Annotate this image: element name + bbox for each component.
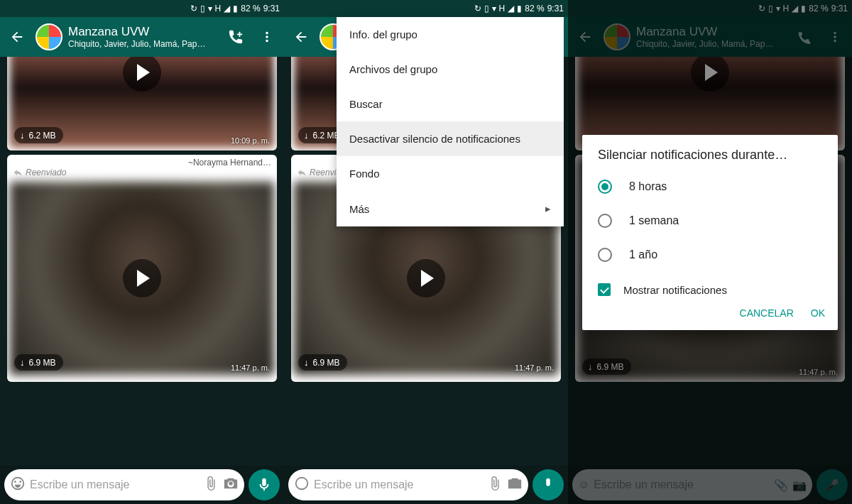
- dialog-title: Silenciar notificaciones durante…: [582, 148, 838, 170]
- emoji-icon[interactable]: [10, 476, 26, 494]
- clock: 9:31: [263, 4, 280, 13]
- menu-more[interactable]: Más▸: [337, 191, 564, 226]
- ok-button[interactable]: OK: [811, 307, 825, 319]
- net-label: H: [215, 4, 222, 13]
- radio-icon: [598, 180, 612, 194]
- download-badge[interactable]: 6.2 MB: [14, 127, 63, 143]
- overflow-menu: Info. del grupo Archivos del grupo Busca…: [337, 17, 564, 226]
- back-icon[interactable]: [293, 28, 310, 45]
- download-badge[interactable]: 6.9 MB: [14, 354, 63, 371]
- screen-dialog: ↻▯▾ H◢▮ 82 %9:31 Manzana UVW Chiquito, J…: [568, 0, 852, 504]
- menu-wallpaper[interactable]: Fondo: [337, 156, 564, 191]
- status-bar: ↻▯▾ H◢▮ 82 %9:31: [284, 0, 568, 17]
- status-bar: ↻ ▯ ▾ H ◢ ▮ 82 % 9:31: [0, 0, 284, 17]
- input-bar: [0, 466, 284, 504]
- menu-mute[interactable]: Desactivar silencio de notificaciones: [337, 121, 564, 156]
- vibrate-icon: ▯: [200, 4, 205, 13]
- sender-name: ~Norayma Hernand…: [188, 158, 271, 168]
- message-input[interactable]: [314, 478, 483, 491]
- show-notifications-check[interactable]: Mostrar notificaciones: [582, 272, 838, 302]
- chevron-right-icon: ▸: [545, 202, 551, 215]
- battery-icon: ▮: [233, 4, 238, 13]
- screen-menu: ↻▯▾ H◢▮ 82 %9:31 6.2 MB 4 Reenviado 6.9 …: [284, 0, 568, 504]
- mute-dialog: Silenciar notificaciones durante… 8 hora…: [582, 135, 838, 330]
- play-icon: [407, 259, 445, 297]
- menu-info[interactable]: Info. del grupo: [337, 17, 564, 52]
- overflow-icon[interactable]: [258, 28, 275, 45]
- message-input[interactable]: [30, 478, 199, 491]
- camera-icon[interactable]: [223, 476, 239, 494]
- option-1y[interactable]: 1 año: [582, 238, 838, 272]
- timestamp: 11:47 p. m.: [231, 363, 270, 372]
- sync-icon: ↻: [190, 4, 197, 13]
- radio-icon: [598, 248, 612, 262]
- option-8h[interactable]: 8 horas: [582, 170, 838, 204]
- wifi-icon: ▾: [208, 4, 212, 13]
- timestamp: 10:09 p. m.: [231, 136, 270, 145]
- message-1[interactable]: 6.2 MB 10:09 p. m.: [7, 57, 277, 150]
- mic-button[interactable]: [532, 469, 564, 500]
- group-avatar[interactable]: [36, 23, 62, 50]
- attach-icon[interactable]: [203, 476, 219, 494]
- back-icon[interactable]: [9, 28, 26, 45]
- radio-icon: [598, 214, 612, 228]
- screen-chat: ↻ ▯ ▾ H ◢ ▮ 82 % 9:31 Manzana UVW Chiqui…: [0, 0, 284, 504]
- chat-subtitle: Chiquito, Javier, Julio, Mamá, Pap…: [68, 39, 217, 49]
- mic-button[interactable]: [248, 469, 280, 500]
- battery-text: 82 %: [241, 4, 260, 13]
- message-input-pill[interactable]: [4, 469, 244, 500]
- chat-area[interactable]: 6.2 MB 10:09 p. m. ~Norayma Hernand… Ree…: [0, 57, 284, 466]
- checkbox-icon: [598, 283, 611, 296]
- option-1w[interactable]: 1 semana: [582, 204, 838, 238]
- menu-search[interactable]: Buscar: [337, 87, 564, 121]
- forwarded-label: Reenviado: [7, 168, 277, 179]
- svg-point-0: [296, 478, 308, 490]
- chat-header[interactable]: Manzana UVW Chiquito, Javier, Julio, Mam…: [0, 17, 284, 57]
- add-call-icon[interactable]: [227, 28, 244, 45]
- chat-title: Manzana UVW: [68, 25, 217, 39]
- signal-icon: ◢: [224, 4, 230, 13]
- menu-media[interactable]: Archivos del grupo: [337, 52, 564, 87]
- play-icon[interactable]: [123, 259, 161, 297]
- chat-title-block[interactable]: Manzana UVW Chiquito, Javier, Julio, Mam…: [68, 25, 217, 49]
- cancel-button[interactable]: CANCELAR: [740, 307, 794, 319]
- message-2[interactable]: ~Norayma Hernand… Reenviado 6.9 MB 11:47…: [7, 155, 277, 382]
